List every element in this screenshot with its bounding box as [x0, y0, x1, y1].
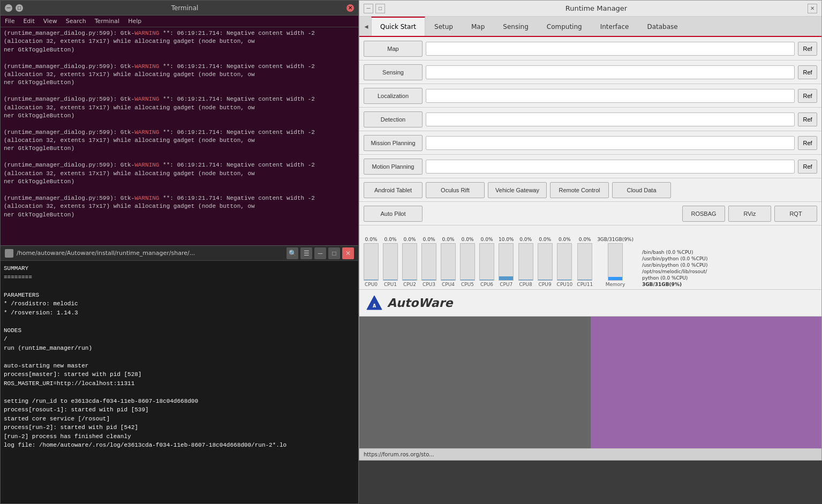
motion-planning-ref-button[interactable]: Ref [798, 160, 817, 174]
tab-scroll-left[interactable]: ◂ [361, 17, 371, 36]
memory-label: 3GB/31GB(9%) [642, 282, 817, 287]
cpu-label-10: CPU10 [557, 282, 573, 287]
detection-module-button[interactable]: Detection [364, 111, 423, 127]
runtime-close-button[interactable]: ✕ [808, 4, 817, 13]
localization-module-button[interactable]: Localization [364, 88, 423, 104]
fm-line: ======== [4, 273, 355, 282]
cpu-info-line: python (0.0 %CPU) [642, 275, 817, 281]
visualization-area [359, 317, 821, 448]
sensing-module-input[interactable] [426, 65, 795, 79]
tab-sensing[interactable]: Sensing [494, 17, 537, 36]
terminal-menu-terminal[interactable]: Terminal [93, 18, 122, 25]
mission-planning-ref-button[interactable]: Ref [798, 136, 817, 150]
cpu-pct-1: 0.0% [384, 237, 397, 242]
terminal-line: (runtime_manager_dialog.py:599): Gtk-WAR… [4, 29, 355, 54]
android-tablet-button[interactable]: Android Tablet [364, 182, 423, 198]
filemanager-window: /home/autoware/Autoware/install/runtime_… [0, 245, 359, 504]
cpu-bar-fill-12 [608, 277, 622, 280]
detection-ref-button[interactable]: Ref [798, 112, 817, 126]
localization-ref-button[interactable]: Ref [798, 89, 817, 103]
tab-computing[interactable]: Computing [538, 17, 591, 36]
rosbag-button[interactable]: ROSBAG [682, 206, 725, 222]
cpu-label-7: CPU7 [500, 282, 512, 287]
mission-planning-module-input[interactable] [426, 136, 795, 150]
fm-menu-button[interactable]: ☰ [300, 247, 312, 259]
sensing-ref-button[interactable]: Ref [798, 65, 817, 79]
cpu-bar-fill-2 [403, 280, 417, 280]
terminal-window-controls: ─ □ [5, 4, 23, 12]
cpu-bar-cpu11: 0.0%CPU11 [577, 228, 593, 287]
cpu-pct-2: 0.0% [404, 237, 416, 242]
fm-line: * /rosdistro: melodic [4, 299, 355, 309]
mission-planning-module-button[interactable]: Mission Planning [364, 135, 423, 151]
motion-planning-module-button[interactable]: Motion Planning [364, 159, 423, 175]
cpu-bar-fill-3 [422, 280, 436, 280]
tab-map[interactable]: Map [462, 17, 494, 36]
fm-close-button[interactable]: ✕ [342, 247, 354, 259]
tab-quick-start[interactable]: Quick Start [371, 17, 425, 36]
fm-line [4, 282, 355, 291]
map-module-button[interactable]: Map [364, 41, 423, 57]
cpu-bar-container-3 [421, 243, 436, 281]
fm-line [4, 352, 355, 362]
map-ref-button[interactable]: Ref [798, 42, 817, 56]
fm-minimize-button[interactable]: ─ [314, 247, 326, 259]
cpu-bar-fill-5 [461, 280, 474, 280]
viz-right-panel [591, 317, 822, 448]
cpu-info-line: /usr/bin/python (0.0 %CPU) [642, 262, 817, 268]
cpu-pct-9: 0.0% [539, 237, 551, 242]
fm-search-button[interactable]: 🔍 [286, 247, 298, 259]
terminal-close-button[interactable]: ✕ [346, 4, 354, 12]
cpu-label-4: CPU4 [442, 282, 455, 287]
fm-line: * /rosversion: 1.14.3 [4, 309, 355, 318]
autoware-logo-area: A AutoWare [359, 290, 821, 317]
detection-module-input[interactable] [426, 112, 795, 126]
status-url: https://forum.ros.org/sto... [364, 452, 434, 457]
terminal-menu-edit[interactable]: Edit [21, 18, 36, 25]
cpu-info-line: /bin/bash (0.0 %CPU) [642, 250, 817, 255]
terminal-menu-search[interactable]: Search [64, 18, 88, 25]
motion-planning-module-input[interactable] [426, 160, 795, 174]
fm-path: /home/autoware/Autoware/install/runtime_… [17, 250, 283, 257]
cpu-pct-8: 0.0% [519, 237, 532, 242]
vehicle-gateway-button[interactable]: Vehicle Gateway [488, 182, 547, 198]
terminal-menubar: File Edit View Search Terminal Help [1, 16, 358, 27]
cpu-bar-container-11 [577, 243, 592, 281]
sensing-module-button[interactable]: Sensing [364, 64, 423, 80]
cpu-bar-container-9 [538, 243, 553, 281]
terminal-window: ─ □ Terminal ✕ File Edit View Search Ter… [0, 0, 359, 252]
fm-maximize-button[interactable]: □ [328, 247, 340, 259]
auto-pilot-button[interactable]: Auto Pilot [364, 206, 423, 222]
cpu-label-12: Memory [606, 282, 625, 287]
terminal-line: (runtime_manager_dialog.py:599): Gtk-WAR… [4, 63, 355, 87]
cloud-data-button[interactable]: Cloud Data [612, 182, 671, 198]
autoware-logo: A AutoWare [366, 295, 453, 312]
terminal-menu-view[interactable]: View [41, 18, 59, 25]
rviz-button[interactable]: RViz [728, 206, 771, 222]
terminal-menu-help[interactable]: Help [126, 18, 144, 25]
svg-text:A: A [373, 304, 376, 309]
oculus-rift-button[interactable]: Oculus Rift [426, 182, 485, 198]
cpu-label-6: CPU6 [480, 282, 493, 287]
fm-line [4, 388, 355, 397]
rqt-button[interactable]: RQT [774, 206, 817, 222]
cpu-monitor: 0.0%CPU00.0%CPU10.0%CPU20.0%CPU30.0%CPU4… [359, 225, 821, 290]
cpu-bar-container-4 [441, 243, 456, 281]
terminal-minimize-button[interactable]: ─ [5, 4, 12, 12]
tab-database[interactable]: Database [638, 17, 687, 36]
map-module-input[interactable] [426, 42, 795, 56]
runtime-minimize-button[interactable]: ─ [364, 4, 373, 13]
cpu-bar-fill-0 [364, 280, 378, 280]
tab-setup[interactable]: Setup [425, 17, 462, 36]
terminal-maximize-button[interactable]: □ [16, 4, 23, 12]
remote-control-button[interactable]: Remote Control [550, 182, 609, 198]
localization-module-input[interactable] [426, 89, 795, 103]
runtime-maximize-button[interactable]: □ [375, 4, 385, 13]
cpu-pct-11: 0.0% [579, 237, 591, 242]
fm-output: SUMMARY ======== PARAMETERS * /rosdistro… [1, 261, 358, 503]
cpu-bar-fill-11 [578, 280, 592, 280]
cpu-pct-5: 0.0% [462, 237, 474, 242]
runtime-window-controls: ─ □ [364, 4, 385, 13]
terminal-menu-file[interactable]: File [3, 18, 17, 25]
tab-interface[interactable]: Interface [591, 17, 638, 36]
